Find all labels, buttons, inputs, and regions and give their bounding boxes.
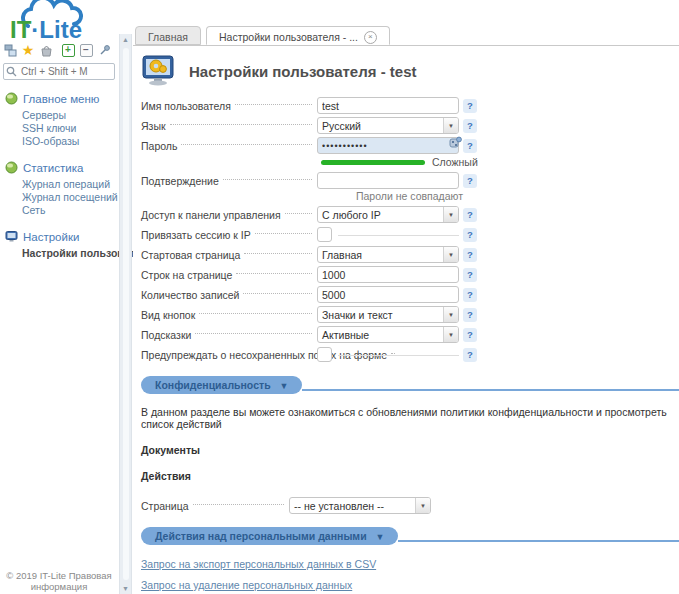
help-icon[interactable]: ? xyxy=(463,328,477,342)
field-label: Имя пользователя xyxy=(141,100,231,112)
pin-icon[interactable] xyxy=(97,43,111,57)
sidebar-item-user-settings[interactable]: Настройки пользоват... xyxy=(22,247,118,260)
tooltips-select[interactable]: Активные ▼ xyxy=(317,326,459,343)
scrollbar-track[interactable] xyxy=(123,48,129,580)
help-icon[interactable]: ? xyxy=(463,119,477,133)
personal-data-section-toggle[interactable]: Действия над персональными данными ▼ xyxy=(141,527,398,545)
dotted-leader xyxy=(243,292,312,294)
sidebar-item-operations-log[interactable]: Журнал операций xyxy=(22,178,118,191)
chevron-down-icon[interactable]: ▼ xyxy=(443,327,458,342)
bind-session-checkbox[interactable] xyxy=(317,227,332,242)
chevron-down-icon[interactable]: ▼ xyxy=(443,247,458,262)
delete-data-link[interactable]: Запрос на удаление персональных данных xyxy=(141,579,679,591)
sidebar-item-visits-log[interactable]: Журнал посещений xyxy=(22,191,118,204)
collapse-all-icon[interactable]: − xyxy=(79,43,93,57)
panel-access-select[interactable]: С любого IP ▼ xyxy=(317,206,459,223)
menu-title: Настройки xyxy=(23,231,79,243)
help-icon[interactable]: ? xyxy=(463,268,477,282)
help-icon[interactable]: ? xyxy=(463,174,477,188)
globe-icon xyxy=(5,161,18,174)
menu-title: Статистика xyxy=(23,162,83,174)
divider-line xyxy=(338,234,459,236)
field-label: Привязать сессию к IP xyxy=(141,229,251,241)
scroll-up-icon[interactable]: ▲ xyxy=(120,36,131,43)
rows-per-page-input[interactable] xyxy=(317,266,459,283)
help-icon[interactable]: ? xyxy=(463,99,477,113)
selected-value: Значки и текст xyxy=(318,309,443,321)
sidebar-item-servers[interactable]: Серверы xyxy=(22,109,118,122)
form-row-unsaved-warning: Предупреждать о несохраненных полях на ф… xyxy=(141,346,477,363)
search-icon xyxy=(6,66,17,79)
tab-home[interactable]: Главная xyxy=(135,26,201,45)
password-strength-bar xyxy=(321,160,425,165)
help-icon[interactable]: ? xyxy=(463,139,477,153)
tab-close-icon[interactable]: × xyxy=(364,31,377,44)
dotted-leader xyxy=(170,123,312,125)
form-row-username: Имя пользователя ? xyxy=(141,97,477,114)
help-icon[interactable]: ? xyxy=(463,348,477,362)
dotted-leader xyxy=(255,232,312,234)
section-divider xyxy=(398,540,679,542)
start-page-select[interactable]: Главная ▼ xyxy=(317,246,459,263)
unsaved-warning-checkbox[interactable] xyxy=(317,347,332,362)
help-icon[interactable]: ? xyxy=(463,308,477,322)
help-icon[interactable]: ? xyxy=(463,208,477,222)
it-lite-logo: IT·Lite xyxy=(6,0,118,40)
form-row-bind-session: Привязать сессию к IP ? xyxy=(141,226,477,243)
dotted-leader xyxy=(181,143,312,145)
sidebar-item-network[interactable]: Сеть xyxy=(22,204,118,217)
user-settings-form: Имя пользователя ? Язык Русский ▼ ? Паро… xyxy=(141,97,477,363)
layout-icon[interactable] xyxy=(3,43,17,57)
chevron-down-icon[interactable]: ▼ xyxy=(443,307,458,322)
chevron-down-icon[interactable]: ▼ xyxy=(443,118,458,133)
menu-header-main[interactable]: Главное меню xyxy=(0,92,118,105)
privacy-section-toggle[interactable]: Конфиденциальность ▼ xyxy=(141,376,302,394)
sidebar-scrollbar[interactable]: ▲ ▼ xyxy=(119,34,132,594)
field-label: Язык xyxy=(141,120,166,132)
search-input[interactable] xyxy=(3,63,115,80)
help-icon[interactable]: ? xyxy=(463,288,477,302)
username-input[interactable] xyxy=(317,97,459,114)
language-select[interactable]: Русский ▼ xyxy=(317,117,459,134)
menu-section-main: Главное меню Серверы SSH ключи ISO-образ… xyxy=(0,92,118,148)
chevron-down-icon: ▼ xyxy=(280,381,289,391)
dotted-leader xyxy=(195,332,312,334)
password-confirm-input[interactable] xyxy=(317,172,459,189)
tab-label: Главная xyxy=(148,31,188,43)
copyright-footer: © 2019 IT-Lite Правовая информация xyxy=(0,570,118,592)
scroll-down-icon[interactable]: ▼ xyxy=(120,585,131,592)
chevron-down-icon[interactable]: ▼ xyxy=(443,207,458,222)
help-icon[interactable]: ? xyxy=(463,248,477,262)
favorites-star-icon[interactable]: ★ xyxy=(21,43,35,57)
chevron-down-icon[interactable]: ▼ xyxy=(415,498,430,513)
basket-icon[interactable] xyxy=(39,43,53,57)
password-input[interactable] xyxy=(317,137,459,154)
menu-header-settings[interactable]: Настройки xyxy=(0,230,118,243)
sidebar-item-iso-images[interactable]: ISO-образы xyxy=(22,135,118,148)
records-count-input[interactable] xyxy=(317,286,459,303)
button-style-select[interactable]: Значки и текст ▼ xyxy=(317,306,459,323)
globe-icon xyxy=(5,92,18,105)
divider-line xyxy=(338,354,459,356)
privacy-page-select[interactable]: -- не установлен -- ▼ xyxy=(289,497,431,514)
tab-user-settings[interactable]: Настройки пользователя - ... × xyxy=(206,26,390,45)
privacy-description: В данном разделе вы можете ознакомиться … xyxy=(141,406,679,430)
copyright-line2[interactable]: информация xyxy=(0,581,118,592)
menu-title: Главное меню xyxy=(23,93,99,105)
menu-header-stats[interactable]: Статистика xyxy=(0,161,118,174)
field-label: Количество записей xyxy=(141,289,239,301)
expand-all-icon[interactable]: + xyxy=(61,43,75,57)
sidebar-item-ssh-keys[interactable]: SSH ключи xyxy=(22,122,118,135)
form-row-button-style: Вид кнопок Значки и текст ▼ ? xyxy=(141,306,477,323)
help-icon[interactable]: ? xyxy=(463,228,477,242)
generate-password-icon[interactable] xyxy=(449,136,462,151)
export-csv-link[interactable]: Запрос на экспорт персональных данных в … xyxy=(141,558,679,570)
form-row-tooltips: Подсказки Активные ▼ ? xyxy=(141,326,477,343)
field-label: Доступ к панели управления xyxy=(141,209,281,221)
dotted-leader xyxy=(223,178,312,180)
selected-value: -- не установлен -- xyxy=(290,500,415,512)
tab-label: Настройки пользователя - ... xyxy=(219,31,358,43)
page-header: Настройки пользователя - test xyxy=(133,46,679,91)
form-row-confirmation: Подтверждение ? xyxy=(141,172,477,189)
form-row-language: Язык Русский ▼ ? xyxy=(141,117,477,134)
